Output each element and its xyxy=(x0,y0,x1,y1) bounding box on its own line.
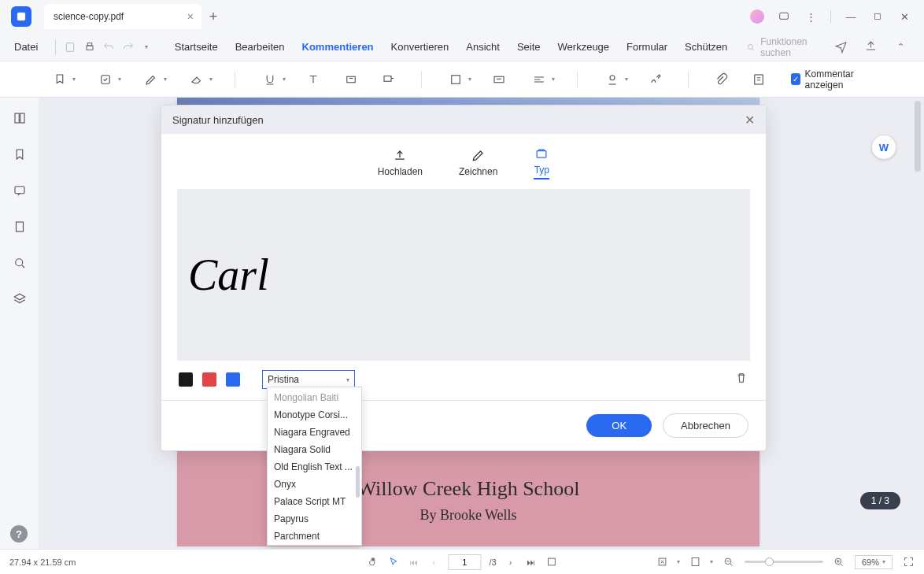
font-option[interactable]: Niagara Solid xyxy=(268,441,361,458)
attach-tool-icon[interactable] xyxy=(711,67,731,92)
measure-tool-icon[interactable] xyxy=(527,67,552,92)
select-tool-icon[interactable] xyxy=(386,556,399,568)
eraser-tool-icon[interactable] xyxy=(184,67,209,92)
tab-type[interactable]: Typ xyxy=(534,146,549,180)
next-page-icon[interactable]: › xyxy=(505,556,517,568)
signature-preview-area[interactable]: Carl xyxy=(177,189,750,361)
last-page-icon[interactable]: ⏭ xyxy=(525,556,538,568)
font-option[interactable]: Niagara Engraved xyxy=(268,424,361,441)
color-red[interactable] xyxy=(202,372,216,387)
dialog-title: Signatur hinzufügen xyxy=(172,114,264,126)
collapse-icon[interactable]: ⌃ xyxy=(891,38,910,57)
bookmarks-icon[interactable] xyxy=(10,145,29,164)
ok-button[interactable]: OK xyxy=(586,414,652,437)
minimize-button[interactable]: — xyxy=(844,9,858,24)
menu-schützen[interactable]: Schützen xyxy=(677,38,735,56)
shape-tool-icon[interactable] xyxy=(443,67,468,92)
function-search[interactable]: Funktionen suchen xyxy=(746,36,828,58)
svg-point-18 xyxy=(15,259,22,266)
fit-width-icon[interactable] xyxy=(656,556,669,568)
zoom-slider[interactable] xyxy=(745,561,823,563)
save-icon[interactable] xyxy=(62,38,79,57)
color-blue[interactable] xyxy=(226,372,240,387)
menu-formular[interactable]: Formular xyxy=(619,38,675,56)
help-icon[interactable]: ? xyxy=(10,525,28,543)
font-option[interactable]: Onyx xyxy=(268,476,361,493)
font-option[interactable]: Palace Script MT xyxy=(268,493,361,510)
stamp2-tool-icon[interactable] xyxy=(600,67,625,92)
svg-rect-19 xyxy=(538,151,547,157)
svg-rect-8 xyxy=(346,76,355,83)
zoom-out-icon[interactable] xyxy=(723,556,735,568)
layers-icon[interactable] xyxy=(10,290,29,309)
stamp-tool-icon[interactable] xyxy=(93,67,118,92)
close-button[interactable]: ✕ xyxy=(897,9,911,24)
font-option[interactable]: Mongolian Baiti xyxy=(268,389,361,406)
svg-rect-9 xyxy=(384,76,391,81)
page-number-input[interactable] xyxy=(448,554,481,570)
font-option[interactable]: Monotype Corsi... xyxy=(268,406,361,424)
search-placeholder: Funktionen suchen xyxy=(760,36,828,58)
undo-icon[interactable] xyxy=(101,38,117,57)
cancel-button[interactable]: Abbrechen xyxy=(663,413,748,438)
fullscreen-icon[interactable] xyxy=(902,556,915,568)
color-black[interactable] xyxy=(179,372,193,387)
dialog-close-icon[interactable]: ✕ xyxy=(745,113,755,128)
print-icon[interactable] xyxy=(82,38,98,57)
view-mode-icon[interactable] xyxy=(689,556,702,568)
font-option[interactable]: Parchment xyxy=(268,528,361,545)
menu-bearbeiten[interactable]: Bearbeiten xyxy=(227,38,293,56)
attachments-panel-icon[interactable] xyxy=(10,217,29,236)
menu-konvertieren[interactable]: Konvertieren xyxy=(383,38,457,56)
tab-upload[interactable]: Hochladen xyxy=(378,147,423,180)
word-export-icon[interactable]: W xyxy=(872,135,896,159)
menu-ansicht[interactable]: Ansicht xyxy=(458,38,508,56)
font-option[interactable]: Papyrus xyxy=(268,510,361,528)
form-tool-icon[interactable] xyxy=(748,67,769,92)
signature-text: Carl xyxy=(188,250,269,300)
comments-panel-icon[interactable] xyxy=(10,181,29,200)
font-option[interactable]: Old English Text ... xyxy=(268,458,361,476)
cloud-icon[interactable] xyxy=(861,38,880,57)
highlight-tool-icon[interactable] xyxy=(139,67,164,92)
redo-icon[interactable] xyxy=(120,38,137,57)
hand-tool-icon[interactable] xyxy=(366,556,379,568)
menu-file[interactable]: Datei xyxy=(6,38,46,56)
callout-tool-icon[interactable] xyxy=(379,67,399,92)
zoom-in-icon[interactable] xyxy=(833,556,845,568)
menu-more-icon[interactable]: ▾ xyxy=(139,38,156,57)
dialog-footer: OK Abbrechen xyxy=(161,400,766,450)
menu-startseite[interactable]: Startseite xyxy=(167,38,226,56)
comment-visibility-toggle[interactable]: ✓ Kommentar anzeigen xyxy=(791,69,877,91)
svg-rect-10 xyxy=(452,75,460,83)
text-tool-icon[interactable] xyxy=(303,67,323,92)
avatar-icon[interactable] xyxy=(750,9,764,24)
zoom-level[interactable]: 69%▾ xyxy=(855,555,893,569)
textbox-tool-icon[interactable] xyxy=(341,67,361,92)
document-tab[interactable]: science-copy.pdf × xyxy=(44,4,201,29)
window-controls: ⋮ — ✕ xyxy=(750,9,924,24)
comments-icon[interactable] xyxy=(777,9,791,24)
tab-draw[interactable]: Zeichnen xyxy=(459,147,497,180)
search-panel-icon[interactable] xyxy=(10,254,29,272)
area-tool-icon[interactable] xyxy=(489,67,509,92)
maximize-button[interactable] xyxy=(870,9,885,24)
note-tool-icon[interactable] xyxy=(47,67,72,92)
reflow-icon[interactable] xyxy=(545,556,558,568)
tab-close-icon[interactable]: × xyxy=(187,10,194,23)
prev-page-icon[interactable]: ‹ xyxy=(427,556,440,568)
first-page-icon[interactable]: ⏮ xyxy=(407,556,419,568)
new-tab-button[interactable]: + xyxy=(201,5,225,28)
underline-tool-icon[interactable] xyxy=(257,67,283,92)
menu-kommentieren[interactable]: Kommentieren xyxy=(294,38,382,56)
overflow-icon[interactable]: ⋮ xyxy=(804,9,818,24)
delete-signature-icon[interactable] xyxy=(734,371,748,388)
vertical-scrollbar[interactable] xyxy=(915,101,921,549)
menu-seite[interactable]: Seite xyxy=(509,38,549,56)
menu-werkzeuge[interactable]: Werkzeuge xyxy=(550,38,618,56)
sign-tool-icon[interactable] xyxy=(645,67,666,92)
font-list-scrollbar[interactable] xyxy=(356,466,360,498)
send-icon[interactable] xyxy=(831,38,850,57)
menubar: Datei ▾ StartseiteBearbeitenKommentieren… xyxy=(0,33,924,61)
thumbnails-icon[interactable] xyxy=(10,109,29,128)
